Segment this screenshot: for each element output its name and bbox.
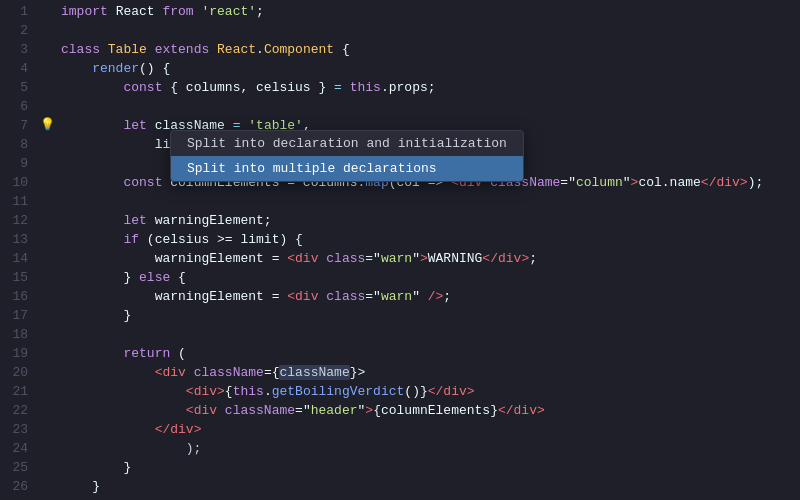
line-content-26: }	[56, 477, 800, 496]
line-content-4: render() {	[56, 59, 800, 78]
line-number-26: 26	[0, 477, 38, 496]
line-number-2: 2	[0, 21, 38, 40]
line-content-1: import React from 'react';	[56, 2, 800, 21]
popup-item-1-label: Split into declaration and initializatio…	[187, 136, 507, 151]
line-number-25: 25	[0, 458, 38, 477]
code-line-11: 11	[0, 192, 800, 211]
line-number-16: 16	[0, 287, 38, 306]
line-content-25: }	[56, 458, 800, 477]
code-line-5: 5 const { columns, celsius } = this.prop…	[0, 78, 800, 97]
line-number-8: 8	[0, 135, 38, 154]
line-number-27: 27	[0, 496, 38, 500]
code-line-24: 24 );	[0, 439, 800, 458]
line-number-23: 23	[0, 420, 38, 439]
line-number-19: 19	[0, 344, 38, 363]
popup-item-2[interactable]: Split into multiple declarations	[171, 156, 523, 181]
code-line-18: 18	[0, 325, 800, 344]
line-number-10: 10	[0, 173, 38, 192]
line-number-18: 18	[0, 325, 38, 344]
code-line-21: 21 <div>{this.getBoilingVerdict()}</div>	[0, 382, 800, 401]
line-number-12: 12	[0, 211, 38, 230]
line-number-14: 14	[0, 249, 38, 268]
code-line-27: 27 }	[0, 496, 800, 500]
line-content-16: warningElement = <div class="warn" />;	[56, 287, 800, 306]
code-editor: 1 import React from 'react'; 2 3 class T…	[0, 0, 800, 500]
code-line-1: 1 import React from 'react';	[0, 2, 800, 21]
line-number-20: 20	[0, 363, 38, 382]
line-number-9: 9	[0, 154, 38, 173]
line-number-24: 24	[0, 439, 38, 458]
line-number-13: 13	[0, 230, 38, 249]
line-content-6	[56, 97, 800, 116]
line-content-23: </div>	[56, 420, 800, 439]
code-line-26: 26 }	[0, 477, 800, 496]
line-number-11: 11	[0, 192, 38, 211]
code-line-4: 4 render() {	[0, 59, 800, 78]
code-line-2: 2	[0, 21, 800, 40]
line-content-11	[56, 192, 800, 211]
code-line-16: 16 warningElement = <div class="warn" />…	[0, 287, 800, 306]
context-menu: Split into declaration and initializatio…	[170, 130, 524, 182]
line-number-4: 4	[0, 59, 38, 78]
gutter-7[interactable]: 💡	[38, 116, 56, 135]
code-line-23: 23 </div>	[0, 420, 800, 439]
line-content-17: }	[56, 306, 800, 325]
code-line-17: 17 }	[0, 306, 800, 325]
line-content-15: } else {	[56, 268, 800, 287]
code-line-14: 14 warningElement = <div class="warn">WA…	[0, 249, 800, 268]
line-number-15: 15	[0, 268, 38, 287]
code-line-22: 22 <div className="header">{columnElemen…	[0, 401, 800, 420]
line-content-14: warningElement = <div class="warn">WARNI…	[56, 249, 800, 268]
code-line-19: 19 return (	[0, 344, 800, 363]
code-line-15: 15 } else {	[0, 268, 800, 287]
line-number-5: 5	[0, 78, 38, 97]
popup-item-1[interactable]: Split into declaration and initializatio…	[171, 131, 523, 156]
popup-item-2-label: Split into multiple declarations	[187, 161, 437, 176]
code-line-3: 3 class Table extends React.Component {	[0, 40, 800, 59]
code-line-6: 6	[0, 97, 800, 116]
line-content-20: <div className={className}>	[56, 363, 800, 382]
line-number-1: 1	[0, 2, 38, 21]
code-line-12: 12 let warningElement;	[0, 211, 800, 230]
code-line-20: 20 <div className={className}>	[0, 363, 800, 382]
line-number-3: 3	[0, 40, 38, 59]
line-content-5: const { columns, celsius } = this.props;	[56, 78, 800, 97]
line-content-22: <div className="header">{columnElements}…	[56, 401, 800, 420]
line-content-19: return (	[56, 344, 800, 363]
line-number-7: 7	[0, 116, 38, 135]
code-line-25: 25 }	[0, 458, 800, 477]
line-content-27: }	[56, 496, 800, 500]
line-content-12: let warningElement;	[56, 211, 800, 230]
line-content-13: if (celsius >= limit) {	[56, 230, 800, 249]
line-content-21: <div>{this.getBoilingVerdict()}</div>	[56, 382, 800, 401]
line-content-2	[56, 21, 800, 40]
line-content-18	[56, 325, 800, 344]
lightbulb-icon: 💡	[40, 116, 55, 135]
line-number-6: 6	[0, 97, 38, 116]
line-content-3: class Table extends React.Component {	[56, 40, 800, 59]
line-number-21: 21	[0, 382, 38, 401]
line-content-24: );	[56, 439, 800, 458]
code-line-13: 13 if (celsius >= limit) {	[0, 230, 800, 249]
line-number-17: 17	[0, 306, 38, 325]
line-number-22: 22	[0, 401, 38, 420]
